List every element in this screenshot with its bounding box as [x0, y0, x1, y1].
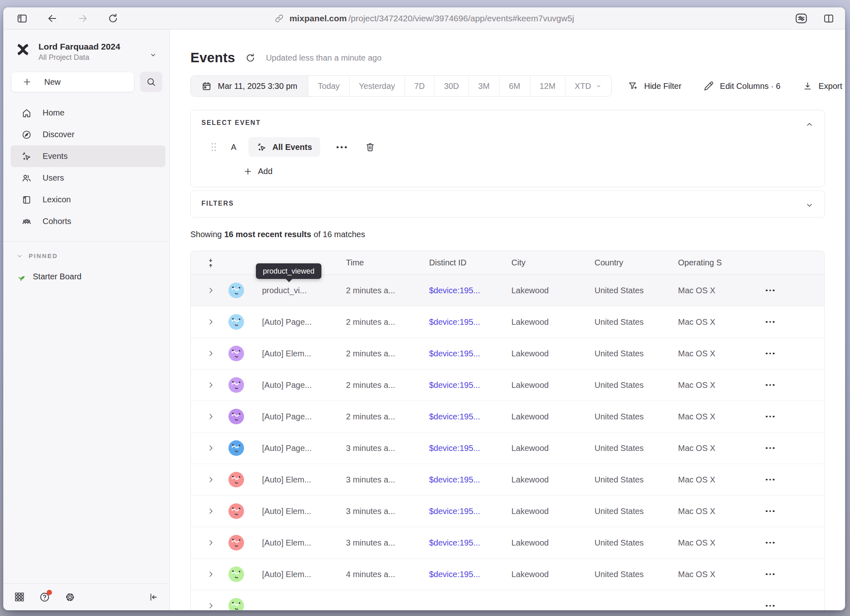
refresh-icon[interactable] — [245, 52, 256, 63]
expand-row-icon[interactable] — [191, 287, 219, 294]
add-event-button[interactable]: Add — [201, 167, 273, 176]
column-header-city[interactable]: City — [511, 258, 595, 267]
row-menu-icon[interactable] — [763, 286, 777, 295]
row-menu-icon[interactable] — [763, 602, 777, 610]
table-row[interactable]: [Auto] Page... 3 minutes a... $device:19… — [191, 433, 824, 464]
row-menu-icon[interactable] — [763, 381, 777, 390]
back-icon[interactable] — [47, 13, 58, 24]
expand-row-icon[interactable] — [191, 539, 219, 546]
country-cell: United States — [595, 538, 678, 548]
table-row[interactable]: [Auto] Elem... 3 minutes a... $device:19… — [191, 527, 824, 559]
expand-row-icon[interactable] — [191, 350, 219, 357]
expand-panel-icon[interactable] — [805, 201, 814, 210]
collapse-panel-icon[interactable] — [805, 120, 814, 129]
column-header-country[interactable]: Country — [595, 258, 678, 267]
row-menu-icon[interactable] — [763, 412, 777, 421]
table-row[interactable]: [Auto] Elem... 3 minutes a... $device:19… — [191, 464, 824, 496]
expand-row-icon[interactable] — [191, 413, 219, 420]
edit-columns-button[interactable]: Edit Columns · 6 — [703, 81, 780, 91]
row-menu-icon[interactable] — [763, 507, 777, 516]
expand-row-icon[interactable] — [191, 318, 219, 326]
column-header-time[interactable]: Time — [346, 258, 429, 267]
event-name-cell: [Auto] Page... — [253, 380, 346, 390]
reload-icon[interactable] — [107, 13, 119, 24]
sidebar-item-label: Lexicon — [43, 195, 71, 204]
expand-row-icon[interactable] — [191, 444, 219, 452]
expand-row-icon[interactable] — [191, 476, 219, 483]
preset-6m[interactable]: 6M — [499, 76, 530, 96]
sidebar-item-starter-board[interactable]: Starter Board — [3, 267, 170, 286]
sidebar-item-home[interactable]: Home — [11, 102, 165, 124]
event-selector-chip[interactable]: All Events — [249, 137, 320, 157]
table-row[interactable]: [Auto] Page... 2 minutes a... $device:19… — [191, 401, 824, 433]
preset-7d[interactable]: 7D — [405, 76, 434, 96]
expand-row-icon[interactable] — [191, 507, 219, 515]
hide-filter-button[interactable]: Hide Filter — [628, 81, 681, 91]
preset-3m[interactable]: 3M — [468, 76, 499, 96]
event-name-cell: [Auto] Page... — [253, 317, 346, 327]
expand-row-icon[interactable] — [191, 571, 219, 578]
expand-row-icon[interactable] — [191, 602, 219, 609]
distinct-id-link[interactable]: $device:195... — [429, 507, 511, 516]
distinct-id-link[interactable]: $device:195... — [429, 412, 511, 421]
sidebar-toggle-icon[interactable] — [16, 13, 28, 24]
table-row[interactable]: [Auto] Elem... 2 minutes a... $device:19… — [191, 338, 824, 369]
table-row[interactable]: [Auto] Elem... 3 minutes a... $device:19… — [191, 496, 824, 527]
help-button[interactable] — [39, 591, 50, 603]
event-options-icon[interactable] — [335, 144, 348, 151]
time-cell: 3 minutes a... — [346, 538, 429, 548]
row-menu-icon[interactable] — [763, 476, 777, 484]
event-tooltip: product_viewed — [256, 263, 321, 279]
expand-row-icon[interactable] — [191, 381, 219, 389]
distinct-id-link[interactable]: $device:195... — [429, 475, 511, 485]
address-bar[interactable]: mixpanel.com/project/3472420/view/397469… — [274, 7, 574, 29]
country-cell: United States — [595, 412, 678, 421]
url-path: /project/3472420/view/3974696/app/events… — [348, 14, 574, 23]
preset-xtd[interactable]: XTD — [565, 76, 611, 96]
export-button[interactable]: Export — [803, 81, 842, 91]
collapse-all-rows-icon[interactable] — [191, 258, 219, 268]
sidebar-item-discover[interactable]: Discover — [11, 124, 165, 145]
os-cell: Mac OS X — [678, 507, 744, 516]
apps-grid-icon[interactable] — [14, 591, 25, 602]
column-header-os[interactable]: Operating S — [678, 258, 744, 267]
search-button[interactable] — [140, 72, 162, 92]
row-menu-icon[interactable] — [763, 318, 777, 326]
trash-icon[interactable] — [365, 142, 375, 152]
date-picker[interactable]: Mar 11, 2025 3:30 pm — [191, 76, 308, 96]
row-menu-icon[interactable] — [763, 539, 777, 547]
sidebar-item-users[interactable]: Users — [11, 167, 165, 189]
row-menu-icon[interactable] — [763, 349, 777, 358]
table-row[interactable]: [Auto] Page... 2 minutes a... $device:19… — [191, 306, 824, 338]
sidebar-item-lexicon[interactable]: Lexicon — [11, 189, 165, 211]
page-settings-icon[interactable] — [794, 12, 808, 25]
preset-30d[interactable]: 30D — [434, 76, 468, 96]
table-row[interactable]: [Auto] Page... 2 minutes a... $device:19… — [191, 369, 824, 401]
row-menu-icon[interactable] — [763, 570, 777, 579]
preset-12m[interactable]: 12M — [530, 76, 565, 96]
drag-handle-icon[interactable] — [210, 142, 217, 152]
pinned-section-toggle[interactable]: PINNED — [3, 252, 170, 259]
distinct-id-link[interactable]: $device:195... — [429, 286, 511, 295]
preset-yesterday[interactable]: Yesterday — [349, 76, 405, 96]
sidebar-item-cohorts[interactable]: Cohorts — [11, 211, 165, 232]
plus-icon — [22, 77, 32, 87]
split-view-icon[interactable] — [823, 13, 834, 24]
distinct-id-link[interactable]: $device:195... — [429, 444, 511, 453]
distinct-id-link[interactable]: $device:195... — [429, 538, 511, 548]
workspace-switcher[interactable]: Lord Farquaad 2024 All Project Data — [3, 29, 170, 64]
table-row[interactable]: [Auto] Elem... 4 minutes a... $device:19… — [191, 559, 824, 590]
distinct-id-link[interactable]: $device:195... — [429, 570, 511, 579]
forward-icon[interactable] — [77, 13, 88, 24]
new-button[interactable]: New — [11, 72, 134, 92]
collapse-sidebar-icon[interactable] — [148, 592, 159, 602]
settings-gear-icon[interactable] — [64, 591, 76, 603]
row-menu-icon[interactable] — [763, 444, 777, 453]
table-row[interactable] — [191, 590, 824, 610]
distinct-id-link[interactable]: $device:195... — [429, 380, 511, 390]
distinct-id-link[interactable]: $device:195... — [429, 317, 511, 327]
distinct-id-link[interactable]: $device:195... — [429, 349, 511, 358]
column-header-distinct-id[interactable]: Distinct ID — [429, 258, 511, 267]
sidebar-item-events[interactable]: Events — [11, 145, 165, 167]
preset-today[interactable]: Today — [308, 76, 349, 96]
